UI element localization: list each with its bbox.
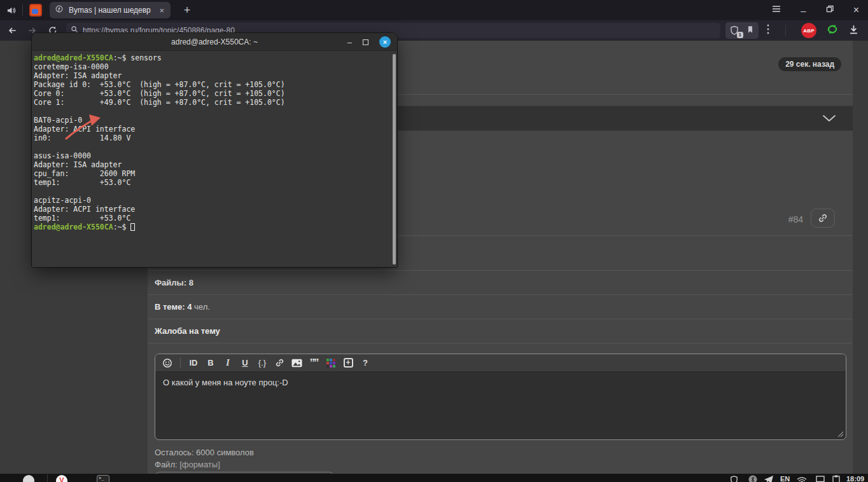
window-minimize-button[interactable]: – (801, 5, 806, 16)
file-formats-link[interactable]: [форматы] (179, 460, 220, 469)
reply-textarea[interactable]: О какой у меня на ноуте проц:-D (155, 372, 846, 393)
back-button[interactable] (4, 22, 20, 39)
tray-telegram-icon[interactable] (764, 475, 774, 482)
report-topic-row[interactable]: Жалоба на тему (148, 319, 853, 343)
files-value: 8 (189, 278, 193, 287)
terminal-prompt: adred@adred-X550CA (34, 53, 113, 62)
divider (47, 474, 48, 482)
divider (22, 4, 23, 16)
bookmark-icon[interactable] (746, 25, 755, 37)
post-number: #84 (788, 214, 803, 224)
files-row[interactable]: Файлы: 8 (148, 271, 853, 295)
shield-badge: 1 (737, 32, 743, 38)
terminal-body[interactable]: adred@adred-X550CA:~$ sensors coretemp-i… (32, 51, 397, 267)
new-tab-button[interactable]: + (179, 3, 195, 18)
chars-remaining: Осталось: 6000 символов (155, 448, 254, 457)
code-button[interactable]: {.} (255, 356, 269, 370)
tray-display-icon[interactable] (816, 475, 825, 482)
insert-link-icon[interactable] (272, 356, 286, 370)
link-icon (818, 213, 828, 223)
desktop: Bymas | нашел шедевр × + – × (0, 0, 868, 482)
file-line: Файл: [форматы] (155, 460, 220, 469)
kebab-menu-icon[interactable] (766, 24, 770, 38)
add-plus-icon[interactable]: + (341, 356, 355, 370)
files-label: Файлы: (155, 278, 186, 287)
italic-button[interactable]: I (221, 356, 235, 370)
online-value: 4 (187, 302, 192, 312)
terminal-title: adred@adred-X550CA: ~ (171, 38, 258, 46)
online-row: В теме: 4 чел. (148, 295, 853, 319)
id-button[interactable]: ID (186, 356, 200, 370)
terminal-scrollbar[interactable] (393, 54, 396, 265)
chevron-down-icon (822, 114, 836, 122)
tab-close-icon[interactable]: × (158, 6, 165, 15)
tab-favicon-radio-icon (55, 4, 64, 16)
tray-bluetooth-icon[interactable] (748, 475, 757, 482)
terminal-window: adred@adred-X550CA: ~ – × adred@adred-X5… (32, 33, 397, 267)
file-label: Файл: (155, 460, 179, 469)
download-icon[interactable] (848, 24, 859, 38)
terminal-minimize-button[interactable]: – (347, 38, 352, 47)
taskbar-app-icon[interactable] (23, 475, 34, 482)
tray-shield-icon[interactable] (729, 475, 739, 482)
terminal-maximize-button[interactable] (363, 39, 368, 45)
tracker-shield-icon[interactable]: 1 (729, 25, 739, 36)
report-topic-label: Жалоба на тему (155, 326, 220, 336)
page-actions: 1 (725, 22, 759, 39)
help-icon[interactable]: ? (358, 356, 372, 370)
taskbar-terminal-icon[interactable]: >_ (97, 475, 109, 482)
underline-button[interactable]: U (238, 356, 252, 370)
terminal-prompt: adred@adred-X550CA (34, 223, 113, 231)
colors-icon[interactable] (324, 356, 338, 370)
annotation-arrow (61, 112, 104, 142)
terminal-close-button[interactable]: × (379, 36, 391, 48)
resize-handle[interactable] (837, 431, 844, 437)
taskbar: V >_ EN 18:09 (0, 474, 868, 482)
emoji-icon[interactable] (160, 356, 174, 370)
terminal-cursor (130, 223, 135, 231)
editor-toolbar: ID B I U {.} ”” (155, 354, 846, 372)
adblock-icon[interactable]: ABP (801, 23, 816, 38)
window-close-button[interactable]: × (853, 4, 859, 16)
terminal-output: coretemp-isa-0000 Adapter: ISA adapter P… (34, 62, 397, 223)
sync-icon[interactable] (825, 22, 839, 39)
browser-tab-bar: Bymas | нашел шедевр × + – × (0, 0, 868, 20)
speaker-icon[interactable] (6, 6, 16, 15)
tray-wifi-icon[interactable] (797, 475, 807, 482)
insert-image-icon[interactable] (290, 356, 304, 370)
tray-clipboard-icon[interactable] (832, 475, 840, 482)
tab-title: Bymas | нашел шедевр (69, 6, 158, 15)
tray-language-indicator[interactable]: EN (780, 475, 790, 482)
taskbar-clock: 18:09 (846, 475, 864, 482)
divider (180, 358, 181, 368)
permalink-button[interactable] (811, 209, 835, 228)
online-suffix: чел. (192, 302, 209, 312)
terminal-command: :~$ sensors (113, 53, 162, 62)
reply-editor: ID B I U {.} ”” (155, 354, 846, 440)
browser-tab[interactable]: Bymas | нашел шедевр × (50, 2, 171, 18)
post-timestamp-badge: 29 сек. назад (778, 57, 841, 71)
taskbar-browser-icon[interactable]: V (56, 475, 67, 482)
terminal-titlebar[interactable]: adred@adred-X550CA: ~ – × (32, 33, 397, 51)
bold-button[interactable]: B (204, 356, 218, 370)
online-label: В теме: (155, 302, 185, 312)
window-restore-button[interactable] (825, 4, 834, 16)
app-icon[interactable] (29, 4, 42, 17)
menu-icon[interactable] (771, 4, 781, 16)
quote-icon[interactable]: ”” (307, 356, 321, 370)
divider (785, 25, 786, 36)
